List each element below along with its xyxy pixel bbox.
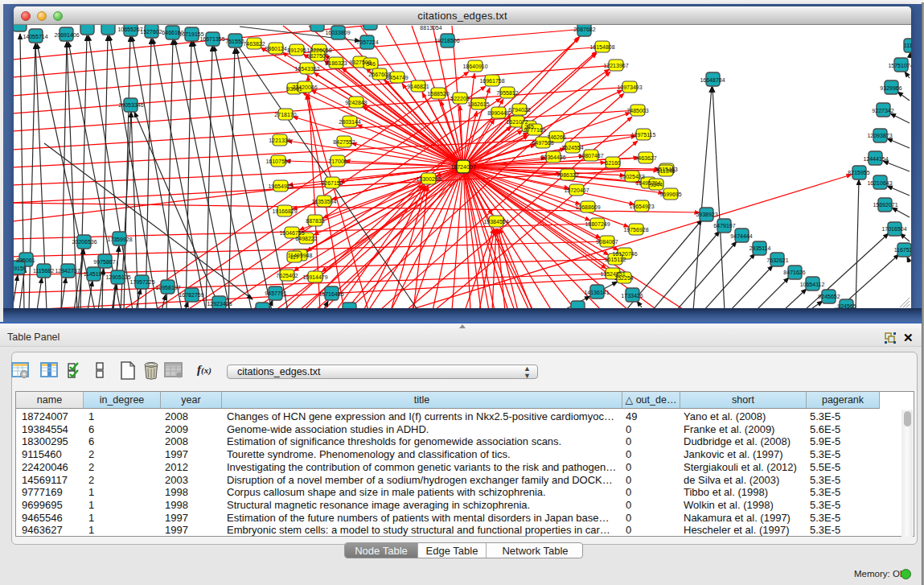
svg-text:18640910: 18640910 bbox=[462, 64, 487, 69]
svg-text:6794028: 6794028 bbox=[508, 107, 530, 113]
svg-text:16648784: 16648784 bbox=[700, 77, 725, 83]
svg-text:8454749: 8454749 bbox=[386, 75, 408, 80]
svg-text:16107553: 16107553 bbox=[265, 159, 290, 164]
svg-text:9463627: 9463627 bbox=[634, 155, 656, 161]
svg-text:9827503: 9827503 bbox=[306, 53, 328, 59]
svg-text:252254: 252254 bbox=[614, 275, 633, 281]
svg-text:15716485: 15716485 bbox=[318, 291, 343, 297]
svg-text:7463822: 7463822 bbox=[243, 41, 265, 47]
svg-text:9975867: 9975867 bbox=[93, 259, 115, 265]
svg-text:10973493: 10973493 bbox=[617, 84, 642, 90]
svg-text:19756928: 19756928 bbox=[623, 227, 648, 233]
svg-text:7625402: 7625402 bbox=[276, 273, 298, 278]
svg-text:1145194: 1145194 bbox=[84, 271, 105, 277]
svg-text:18807249: 18807249 bbox=[585, 221, 610, 227]
svg-text:15692071: 15692071 bbox=[873, 202, 897, 208]
svg-text:2718170: 2718170 bbox=[274, 112, 296, 117]
svg-text:1362615: 1362615 bbox=[467, 101, 489, 107]
svg-text:7955812: 7955812 bbox=[496, 90, 518, 96]
svg-text:522203: 522203 bbox=[450, 96, 469, 101]
svg-text:12444154: 12444154 bbox=[863, 156, 888, 162]
svg-text:10807487: 10807487 bbox=[578, 153, 603, 159]
svg-text:18226058: 18226058 bbox=[306, 47, 331, 53]
svg-text:311346: 311346 bbox=[657, 168, 676, 174]
svg-text:10688609: 10688609 bbox=[575, 204, 600, 210]
svg-text:19654925: 19654925 bbox=[268, 183, 293, 189]
svg-text:887833: 887833 bbox=[306, 218, 324, 224]
svg-text:14055714: 14055714 bbox=[23, 34, 47, 39]
svg-text:12213967: 12213967 bbox=[603, 63, 628, 68]
svg-text:10958197: 10958197 bbox=[155, 285, 180, 290]
svg-text:9844: 9844 bbox=[650, 182, 663, 187]
svg-text:835061: 835061 bbox=[16, 257, 35, 263]
svg-text:9777169: 9777169 bbox=[524, 127, 545, 133]
svg-text:9084067: 9084067 bbox=[596, 239, 618, 245]
svg-text:746266: 746266 bbox=[547, 134, 565, 140]
svg-text:1733426: 1733426 bbox=[621, 293, 643, 299]
svg-text:15751074: 15751074 bbox=[888, 63, 911, 68]
svg-text:2087682: 2087682 bbox=[573, 27, 595, 32]
svg-text:14136141: 14136141 bbox=[584, 290, 609, 295]
svg-text:12942737: 12942737 bbox=[55, 268, 80, 274]
svg-text:1527602: 1527602 bbox=[140, 29, 162, 35]
svg-text:16914479: 16914479 bbox=[302, 274, 327, 280]
svg-text:7632621: 7632621 bbox=[766, 257, 788, 263]
svg-text:2935114: 2935114 bbox=[749, 245, 771, 251]
svg-text:5938923: 5938923 bbox=[696, 212, 717, 217]
svg-text:16543362: 16543362 bbox=[294, 66, 319, 72]
svg-text:546: 546 bbox=[366, 61, 376, 67]
svg-text:1167534: 1167534 bbox=[894, 247, 911, 253]
svg-text:1221336: 1221336 bbox=[269, 138, 290, 143]
svg-text:10655267: 10655267 bbox=[117, 27, 142, 32]
svg-text:1588520: 1588520 bbox=[427, 91, 449, 97]
svg-text:16210643: 16210643 bbox=[867, 180, 892, 186]
svg-text:6479197: 6479197 bbox=[713, 223, 735, 229]
svg-text:8267150: 8267150 bbox=[321, 180, 343, 186]
svg-text:20206536: 20206536 bbox=[72, 239, 97, 245]
svg-text:7357224: 7357224 bbox=[356, 39, 378, 45]
svg-text:7485003: 7485003 bbox=[626, 108, 648, 113]
svg-text:19166829: 19166829 bbox=[272, 208, 297, 214]
svg-text:2803144: 2803144 bbox=[339, 119, 360, 125]
svg-text:18724007: 18724007 bbox=[450, 164, 475, 170]
svg-text:8860124: 8860124 bbox=[265, 46, 286, 51]
svg-text:8813054: 8813054 bbox=[420, 25, 441, 31]
svg-text:7986322: 7986322 bbox=[556, 172, 578, 178]
svg-text:23420046: 23420046 bbox=[292, 84, 317, 90]
svg-text:9329966: 9329966 bbox=[880, 85, 901, 91]
svg-text:17359928: 17359928 bbox=[107, 237, 132, 242]
svg-text:9146821: 9146821 bbox=[407, 84, 429, 89]
svg-text:17016504: 17016504 bbox=[881, 226, 906, 232]
svg-text:29053346: 29053346 bbox=[118, 102, 143, 108]
svg-text:16046755: 16046755 bbox=[279, 230, 304, 236]
svg-text:11353594: 11353594 bbox=[312, 199, 337, 204]
svg-text:19654923: 19654923 bbox=[629, 204, 654, 209]
svg-text:117: 117 bbox=[290, 254, 298, 260]
svg-text:11173: 11173 bbox=[904, 43, 911, 48]
svg-text:17957225: 17957225 bbox=[129, 279, 154, 285]
svg-text:9227342: 9227342 bbox=[872, 108, 893, 113]
svg-text:1115682: 1115682 bbox=[33, 268, 54, 274]
svg-text:62160: 62160 bbox=[605, 160, 621, 166]
svg-text:15720407: 15720407 bbox=[564, 187, 589, 193]
svg-text:891295: 891295 bbox=[287, 47, 306, 53]
svg-text:8215955: 8215955 bbox=[848, 170, 869, 175]
svg-text:9699695: 9699695 bbox=[659, 192, 681, 197]
svg-text:6498222: 6498222 bbox=[295, 236, 317, 241]
svg-text:717006: 717006 bbox=[328, 159, 347, 164]
svg-text:20364436: 20364436 bbox=[540, 154, 565, 160]
svg-text:16782759: 16782759 bbox=[179, 292, 203, 298]
svg-text:20691406: 20691406 bbox=[54, 32, 79, 38]
svg-text:3624554: 3624554 bbox=[561, 145, 583, 150]
svg-text:8427552: 8427552 bbox=[333, 139, 355, 145]
svg-text:12923468: 12923468 bbox=[207, 301, 232, 307]
svg-text:1615112: 1615112 bbox=[605, 257, 626, 262]
svg-text:12093873: 12093873 bbox=[867, 133, 892, 138]
svg-text:18300295: 18300295 bbox=[416, 176, 441, 182]
svg-text:16961758: 16961758 bbox=[479, 78, 504, 84]
svg-text:8186323: 8186323 bbox=[325, 60, 347, 66]
svg-text:9457791: 9457791 bbox=[265, 290, 286, 296]
svg-text:10654112: 10654112 bbox=[800, 282, 825, 287]
svg-text:10025433: 10025433 bbox=[619, 174, 644, 179]
svg-text:12905135: 12905135 bbox=[105, 274, 130, 280]
